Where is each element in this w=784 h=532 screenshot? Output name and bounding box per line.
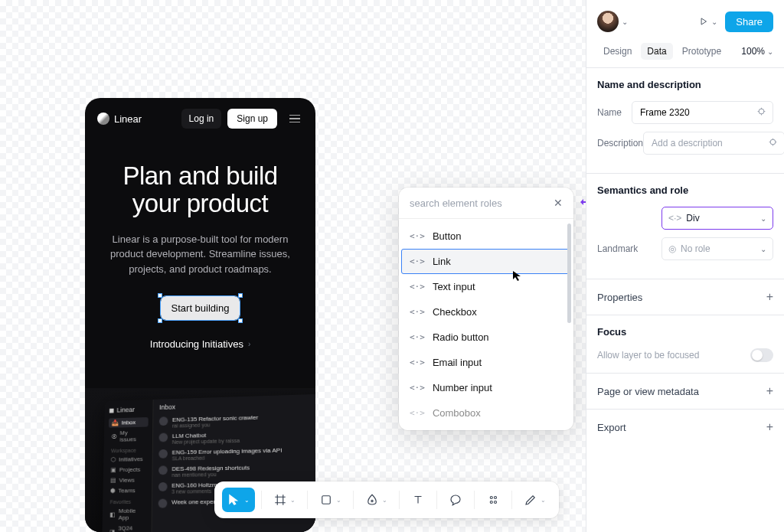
role-option-email[interactable]: <·>Email input (399, 350, 573, 375)
mobile-brand: Linear (114, 113, 142, 125)
cursor-icon (511, 269, 524, 282)
user-menu[interactable]: ⌄ (597, 11, 628, 32)
role-option-combobox[interactable]: <·>Combobox (399, 400, 573, 426)
linear-logo-icon (97, 113, 109, 125)
canvas[interactable]: Linear Log in Sign up Plan and build you… (0, 0, 586, 532)
tab-design[interactable]: Design (597, 43, 638, 60)
chevron-down-icon: ⌄ (760, 245, 766, 253)
svg-rect-0 (322, 496, 331, 504)
role-option-link[interactable]: <·>Link (401, 249, 571, 274)
page-meta-section[interactable]: Page or view metadata + (586, 373, 784, 409)
focus-toggle[interactable] (750, 348, 773, 362)
target-icon[interactable] (768, 137, 778, 149)
export-section[interactable]: Export + (586, 409, 784, 445)
tool-pencil[interactable]: ⌄ (518, 488, 551, 512)
element-role-popover: ✕ <·>Button <·>Link <·>Text input <·>Che… (399, 188, 573, 430)
tool-ai[interactable] (481, 488, 505, 512)
zoom-select[interactable]: 100%⌄ (741, 46, 773, 57)
bottom-toolbar: ⌄ ⌄ ⌄ ⌄ (214, 481, 559, 518)
svg-point-5 (495, 501, 497, 504)
role-option-checkbox[interactable]: <·>Checkbox (399, 299, 573, 325)
mobile-subhead: Linear is a purpose-built tool for moder… (103, 232, 297, 277)
mobile-login-button[interactable]: Log in (181, 109, 222, 129)
landmark-select[interactable]: ◎ No role ⌄ (662, 237, 773, 260)
landmark-label: Landmark (597, 243, 662, 254)
share-button[interactable]: Share (725, 11, 773, 32)
scrollbar[interactable] (567, 224, 571, 323)
present-button[interactable]: ⌄ (698, 16, 717, 27)
svg-point-6 (759, 109, 764, 114)
name-desc-heading: Name and description (597, 79, 773, 90)
target-icon[interactable] (756, 106, 766, 119)
avatar (597, 11, 619, 32)
desc-field[interactable] (650, 137, 768, 149)
plus-icon[interactable]: + (766, 384, 773, 398)
svg-point-1 (371, 500, 373, 501)
start-building-button[interactable]: Start building (161, 296, 240, 320)
svg-point-3 (495, 497, 497, 499)
tab-prototype[interactable]: Prototype (676, 43, 727, 60)
chevron-down-icon: ⌄ (760, 214, 766, 223)
role-option-button[interactable]: <·>Button (399, 224, 573, 249)
tab-data[interactable]: Data (641, 43, 672, 60)
name-field[interactable] (639, 106, 756, 119)
desc-label: Description (597, 138, 643, 149)
tool-chat[interactable] (443, 488, 468, 512)
plus-icon[interactable]: + (766, 420, 773, 434)
mobile-signup-button[interactable]: Sign up (227, 109, 277, 129)
tool-text[interactable] (406, 488, 430, 512)
chevron-down-icon: ⌄ (622, 18, 628, 26)
inspector-panel: ⌄ ⌄ Share Design Data Prototype 100%⌄ Na… (586, 0, 784, 532)
name-label: Name (597, 107, 632, 118)
svg-point-7 (770, 139, 776, 145)
mobile-intro-link[interactable]: Introducing Initiatives› (99, 338, 302, 350)
plus-icon[interactable]: + (766, 290, 773, 304)
svg-point-2 (490, 497, 492, 499)
mobile-frame[interactable]: Linear Log in Sign up Plan and build you… (85, 98, 315, 532)
svg-point-4 (490, 501, 492, 504)
hamburger-icon[interactable] (286, 112, 303, 126)
tool-frame[interactable]: ⌄ (268, 488, 301, 512)
tool-pen[interactable]: ⌄ (360, 488, 393, 512)
element-role-select[interactable]: <·> Div ⌄ (662, 207, 773, 230)
focus-label: Allow layer to be focused (597, 350, 699, 361)
tool-rect[interactable]: ⌄ (314, 488, 347, 512)
tool-move[interactable]: ⌄ (222, 488, 255, 512)
close-icon[interactable]: ✕ (552, 195, 564, 211)
role-option-radio[interactable]: <·>Radio button (399, 325, 573, 350)
role-option-text-input[interactable]: <·>Text input (399, 274, 573, 299)
mobile-logo: Linear (97, 113, 142, 125)
focus-heading: Focus (597, 326, 773, 338)
role-option-number[interactable]: <·>Number input (399, 375, 573, 400)
semantics-heading: Semantics and role (597, 184, 773, 196)
mobile-headline: Plan and build your product (99, 162, 302, 218)
properties-section[interactable]: Properties + (586, 279, 784, 315)
role-search-input[interactable] (408, 197, 552, 210)
